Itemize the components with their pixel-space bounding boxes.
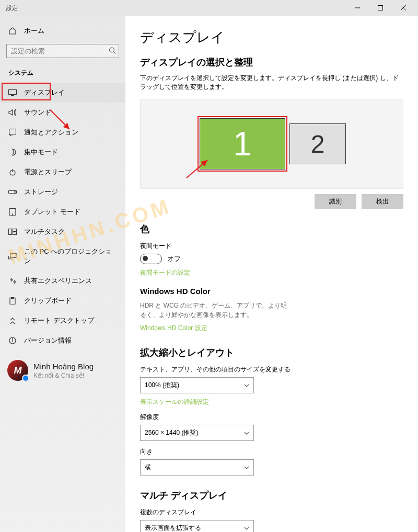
multitask-icon [8,228,17,236]
tablet-icon [8,208,17,216]
nav-label: 共有エクスペリエンス [24,276,92,286]
projection-icon [8,252,17,261]
multi-display-heading: マルチ ディスプレイ [140,489,403,502]
toggle-state: オフ [167,254,181,264]
sidebar: ホーム システム ディスプレイ サウンド 通知とアクション [0,16,125,532]
resolution-label: 解像度 [140,413,403,422]
sidebar-item-remote[interactable]: リモート デスクトップ [0,311,125,331]
sidebar-item-sound[interactable]: サウンド [0,103,125,122]
svg-point-12 [15,191,16,193]
nav-label: クリップボード [24,296,72,305]
annotation-highlight: 1 [198,116,287,172]
power-icon [8,168,17,176]
page-title: ディスプレイ [140,28,403,47]
home-label: ホーム [24,26,44,36]
night-mode-label: 夜間モード [140,242,403,251]
chevron-down-icon [244,465,249,470]
sidebar-item-multitask[interactable]: マルチタスク [0,222,125,242]
nav-label: 通知とアクション [24,128,78,137]
home-icon [8,27,17,35]
hdcolor-heading: Windows HD Color [140,287,403,296]
scale-dropdown[interactable]: 100% (推奨) [140,377,254,393]
minimize-button[interactable] [346,0,369,16]
svg-line-5 [114,52,116,54]
svg-rect-6 [9,90,17,95]
multi-display-dropdown[interactable]: 表示画面を拡張する [140,520,254,532]
nav-label: タブレット モード [24,207,80,217]
nav-label: この PC へのプロジェクション [24,247,117,266]
color-heading: 色 [140,223,403,235]
svg-rect-15 [9,229,12,235]
sidebar-category: システム [0,64,125,83]
night-mode-settings-link[interactable]: 夜間モードの設定 [140,268,403,277]
sidebar-item-clipboard[interactable]: クリップボード [0,291,125,311]
blog-subtitle: Kết nối & Chia sẻ! [33,372,94,379]
blog-logo: M [7,360,28,381]
sidebar-item-storage[interactable]: ストレージ [0,182,125,202]
svg-rect-17 [13,232,17,235]
home-nav[interactable]: ホーム [0,22,125,40]
blog-title: Minh Hoàng Blog [33,362,94,371]
nav-label: ディスプレイ [24,88,65,97]
nav-label: 電源とスリープ [24,167,72,177]
nav-label: マルチタスク [24,227,65,236]
sidebar-item-share[interactable]: 共有エクスペリエンス [0,271,125,291]
detect-button[interactable]: 検出 [362,194,403,209]
nav-label: ストレージ [24,187,58,197]
sidebar-item-notifications[interactable]: 通知とアクション [0,122,125,142]
svg-rect-1 [378,6,383,10]
svg-point-23 [12,338,13,339]
orientation-label: 向き [140,447,403,456]
nav-label: リモート デスクトップ [24,316,94,325]
svg-rect-8 [9,129,16,134]
resolution-dropdown[interactable]: 2560 × 1440 (推奨) [140,425,254,441]
scale-advanced-link[interactable]: 表示スケールの詳細設定 [140,398,403,406]
blog-watermark: M Minh Hoàng Blog Kết nối & Chia sẻ! [7,360,118,381]
svg-point-4 [110,48,114,52]
about-icon [8,336,17,345]
multi-display-label: 複数のディスプレイ [140,508,403,517]
content-area: ディスプレイ ディスプレイの選択と整理 下のディスプレイを選択して設定を変更しま… [125,16,418,532]
focus-icon [8,148,17,156]
storage-icon [8,188,17,196]
chevron-down-icon [244,431,249,436]
identify-button[interactable]: 識別 [315,194,356,209]
svg-rect-16 [13,229,17,232]
svg-rect-19 [10,298,15,304]
select-description: 下のディスプレイを選択して設定を変更します。ディスプレイを長押し (または選択)… [140,74,403,92]
remote-icon [8,316,17,325]
nav-label: サウンド [24,108,51,117]
hdcolor-settings-link[interactable]: Windows HD Color 設定 [140,324,403,333]
sidebar-item-power[interactable]: 電源とスリープ [0,162,125,182]
search-icon [109,47,116,55]
nav-label: バージョン情報 [24,336,72,345]
sidebar-item-about[interactable]: バージョン情報 [0,331,125,350]
chevron-down-icon [244,526,249,531]
search-input[interactable] [6,44,119,58]
sound-icon [8,108,17,117]
chevron-down-icon [244,383,249,388]
notifications-icon [8,128,17,137]
hdcolor-description: HDR と WCG のビデオ、ゲーム、アプリで、より明るく、より鮮やかな画像を表… [140,301,292,320]
window-title: 設定 [6,4,346,12]
close-button[interactable] [392,0,415,16]
monitor-1[interactable]: 1 [200,118,285,169]
share-icon [8,277,17,285]
display-icon [8,88,17,97]
maximize-button[interactable] [369,0,392,16]
night-mode-toggle[interactable] [140,254,162,264]
nav-label: 集中モード [24,148,58,157]
sidebar-item-focus[interactable]: 集中モード [0,142,125,162]
svg-rect-18 [10,254,16,258]
select-heading: ディスプレイの選択と整理 [140,56,403,69]
display-arrangement[interactable]: 1 2 [140,99,403,189]
sidebar-item-projection[interactable]: この PC へのプロジェクション [0,242,125,271]
sidebar-item-display[interactable]: ディスプレイ [0,83,125,103]
sidebar-item-tablet[interactable]: タブレット モード [0,202,125,222]
monitor-2[interactable]: 2 [289,123,346,164]
svg-point-14 [12,214,13,214]
titlebar: 設定 [0,0,418,16]
clipboard-icon [8,297,17,305]
orientation-dropdown[interactable]: 横 [140,459,254,476]
scale-heading: 拡大縮小とレイアウト [140,346,403,359]
